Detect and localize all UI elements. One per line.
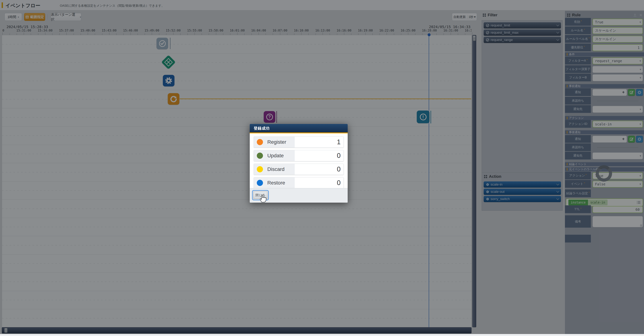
result-count: 0 [295,150,344,161]
page-bottom-strip [0,334,644,336]
registration-result-modal: 登録成功 Register 1 Update 0 Discard 0 Resto… [250,124,348,203]
modal-body: Register 1 Update 0 Discard 0 Restore 0 [250,133,348,188]
restore-color-dot [257,180,263,186]
result-label: Discard [267,166,284,172]
result-count: 0 [295,164,344,175]
result-label: Restore [267,180,285,186]
discard-color-dot [257,166,263,172]
result-row-discard: Discard 0 [254,164,344,175]
hand-cursor-icon [259,194,266,202]
result-count: 0 [295,177,344,188]
result-label: Update [267,153,284,159]
update-color-dot [257,153,263,159]
result-label: Register [267,139,286,145]
result-row-update: Update 0 [254,150,344,161]
result-row-restore: Restore 0 [254,177,344,188]
result-row-register: Register 1 [254,136,344,148]
modal-title-bar: 登録成功 [250,124,348,133]
register-color-dot [257,139,263,145]
modal-title: 登録成功 [254,126,270,131]
result-count: 1 [295,137,344,148]
modal-footer: 閉じる [250,188,348,203]
